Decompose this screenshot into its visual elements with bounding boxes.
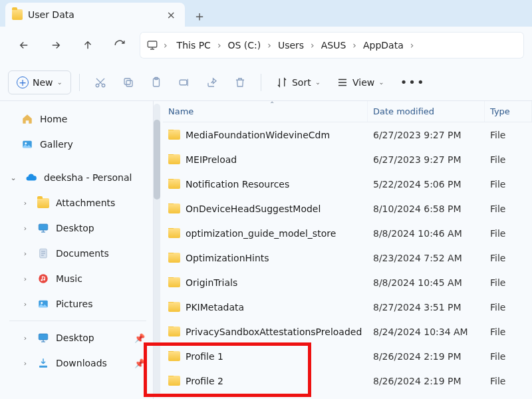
table-row[interactable]: PKIMetadata8/27/2024 3:51 PMFile: [163, 295, 532, 319]
file-name: Profile 2: [186, 376, 223, 386]
tab-title: User Data: [28, 9, 74, 20]
breadcrumb-item[interactable]: OS (C:): [224, 37, 265, 53]
sidebar-label: deeksha - Personal: [44, 172, 132, 183]
file-type: File: [485, 154, 532, 165]
file-date: 8/26/2024 2:19 PM: [368, 376, 485, 386]
file-type: File: [485, 253, 532, 263]
folder-icon: [168, 302, 180, 312]
chevron-right-icon: ›: [20, 224, 31, 233]
file-name: Profile 1: [186, 351, 223, 362]
file-type: File: [485, 327, 532, 337]
folder-icon: [168, 351, 180, 361]
refresh-button[interactable]: [104, 32, 136, 59]
sidebar-item-attachments[interactable]: ›Attachments: [4, 190, 152, 215]
folder-icon: [168, 154, 180, 164]
view-label: View: [352, 77, 374, 88]
sidebar-item-onedrive[interactable]: ⌄ deeksha - Personal: [4, 165, 152, 190]
tab-bar: User Data × ＋: [0, 0, 532, 27]
file-type: File: [485, 351, 532, 362]
table-row[interactable]: Profile 18/26/2024 2:19 PMFile: [163, 344, 532, 368]
scrollbar[interactable]: [154, 104, 160, 396]
monitor-icon: [146, 39, 158, 51]
file-name: OriginTrials: [186, 277, 237, 288]
folder-icon: [168, 228, 180, 238]
back-button[interactable]: [8, 32, 40, 59]
chevron-right-icon: ›: [20, 334, 31, 342]
sort-button[interactable]: Sort ⌄: [269, 70, 327, 94]
svg-rect-0: [148, 41, 157, 47]
item-icon: [37, 222, 49, 234]
home-icon: [21, 113, 33, 125]
sidebar-item-pictures[interactable]: ›Pictures: [4, 291, 152, 317]
chevron-right-icon: ›: [308, 40, 317, 51]
sidebar-label: Attachments: [56, 198, 115, 208]
column-name[interactable]: Name: [163, 101, 368, 122]
sidebar-item-documents[interactable]: ›Documents: [4, 241, 152, 266]
new-button[interactable]: + New ⌄: [8, 70, 71, 94]
sidebar-label: Gallery: [40, 139, 73, 150]
table-row[interactable]: PrivacySandboxAttestationsPreloaded8/24/…: [163, 319, 532, 344]
plus-icon: +: [17, 76, 29, 88]
forward-button[interactable]: [40, 32, 72, 59]
svg-rect-10: [39, 224, 48, 230]
breadcrumb-item[interactable]: This PC: [173, 37, 215, 53]
file-type: File: [485, 130, 532, 140]
table-row[interactable]: Profile 28/26/2024 2:19 PMFile: [163, 368, 532, 393]
close-icon[interactable]: ×: [167, 9, 176, 21]
chevron-right-icon: ›: [20, 275, 31, 283]
rename-button[interactable]: [172, 70, 197, 94]
column-type[interactable]: Type: [485, 101, 532, 122]
column-headers: ⌃ Name Date modified Type: [163, 101, 532, 122]
chevron-right-icon: ›: [408, 40, 417, 51]
svg-point-2: [102, 84, 105, 87]
table-row[interactable]: OriginTrials8/8/2024 10:45 AMFile: [163, 270, 532, 295]
sort-indicator-icon: ⌃: [269, 100, 275, 108]
svg-point-17: [41, 302, 43, 304]
up-button[interactable]: [72, 32, 104, 59]
breadcrumb-item[interactable]: AppData: [359, 37, 408, 53]
table-row[interactable]: OptimizationHints8/23/2024 7:52 AMFile: [163, 245, 532, 270]
folder-icon: [168, 327, 180, 336]
svg-point-15: [43, 279, 45, 281]
table-row[interactable]: MEIPreload6/27/2023 9:27 PMFile: [163, 147, 532, 172]
address-bar[interactable]: › This PC›OS (C:)›Users›ASUS›AppData›: [140, 32, 524, 59]
file-date: 5/22/2024 5:06 PM: [368, 179, 485, 190]
scrollbar-thumb[interactable]: [154, 120, 160, 200]
sidebar: Home Gallery ⌄ deeksha - Personal ›Attac…: [0, 101, 153, 399]
sidebar-quick-downloads[interactable]: ›Downloads📌: [4, 350, 152, 376]
sidebar-item-home[interactable]: Home: [4, 106, 152, 132]
sidebar-item-music[interactable]: ›Music: [4, 266, 152, 291]
view-button[interactable]: View ⌄: [330, 70, 391, 94]
tab-active[interactable]: User Data ×: [5, 3, 185, 27]
table-row[interactable]: MediaFoundationWidevineCdm6/27/2023 9:27…: [163, 122, 532, 147]
sort-label: Sort: [292, 77, 311, 88]
cut-button[interactable]: [88, 70, 113, 94]
delete-button[interactable]: [227, 70, 253, 94]
main-area: Home Gallery ⌄ deeksha - Personal ›Attac…: [0, 101, 532, 399]
file-name: OptimizationHints: [186, 253, 269, 263]
file-list: ⌃ Name Date modified Type MediaFoundatio…: [153, 101, 532, 399]
paste-button[interactable]: [144, 70, 169, 94]
sidebar-item-gallery[interactable]: Gallery: [4, 132, 152, 157]
file-date: 6/27/2023 9:27 PM: [368, 130, 485, 140]
gallery-icon: [21, 138, 33, 150]
svg-point-14: [41, 279, 43, 281]
folder-icon: [168, 179, 180, 189]
svg-point-1: [96, 84, 99, 87]
sidebar-label: Music: [56, 273, 82, 284]
more-button[interactable]: •••: [394, 70, 432, 94]
sidebar-item-desktop[interactable]: ›Desktop: [4, 215, 152, 241]
copy-button[interactable]: [116, 70, 141, 94]
table-row[interactable]: OnDeviceHeadSuggestModel8/10/2024 6:58 P…: [163, 196, 532, 221]
sidebar-quick-desktop[interactable]: ›Desktop📌: [4, 325, 152, 350]
sidebar-label: Home: [40, 114, 67, 124]
table-row[interactable]: Notification Resources5/22/2024 5:06 PMF…: [163, 172, 532, 196]
breadcrumb-item[interactable]: Users: [274, 37, 308, 53]
share-button[interactable]: [200, 70, 225, 94]
new-tab-button[interactable]: ＋: [189, 5, 210, 27]
chevron-right-icon: ›: [265, 40, 274, 51]
svg-point-9: [25, 142, 27, 144]
table-row[interactable]: optimization_guide_model_store8/8/2024 1…: [163, 221, 532, 245]
breadcrumb-item[interactable]: ASUS: [317, 37, 350, 53]
column-date[interactable]: Date modified: [368, 101, 485, 122]
